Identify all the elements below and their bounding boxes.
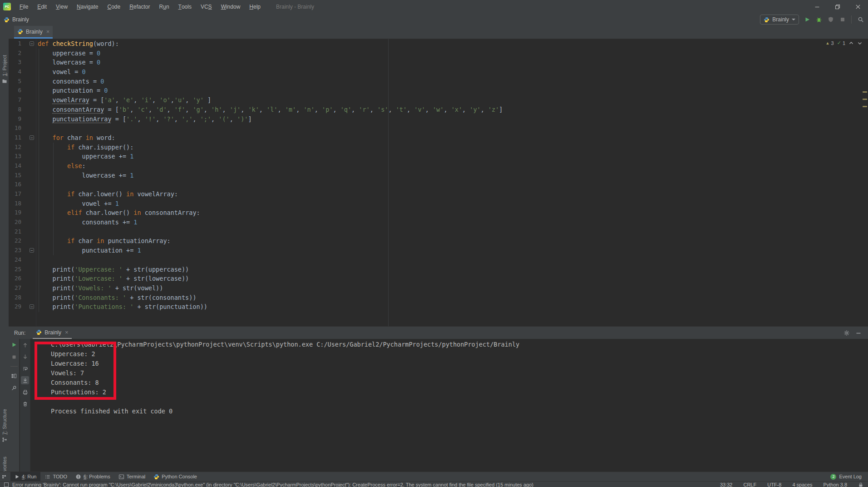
line-number[interactable]: 28 xyxy=(9,293,21,303)
fold-marker-icon[interactable]: − xyxy=(30,304,34,309)
console-line: Vowels: 7 xyxy=(51,368,868,378)
event-log-button[interactable]: 2 Event Log xyxy=(830,474,868,480)
line-number[interactable]: 20 xyxy=(9,218,21,227)
runsmall-icon xyxy=(15,474,20,479)
stop-process-button[interactable] xyxy=(10,353,18,361)
menu-item-file[interactable]: File xyxy=(15,0,33,13)
inspection-widget[interactable]: ▲3 ✓1 xyxy=(826,40,863,46)
run-configuration-select[interactable]: Brainly xyxy=(760,15,799,25)
search-everywhere-button[interactable] xyxy=(857,16,864,24)
run-button[interactable] xyxy=(803,16,811,24)
fold-marker-icon[interactable]: − xyxy=(30,135,34,140)
tool-window-tab-python-console[interactable]: Python Console xyxy=(149,472,201,481)
indent-setting[interactable]: 4 spaces xyxy=(792,482,812,487)
stop-button[interactable] xyxy=(838,16,846,24)
up-stacktrace-button[interactable] xyxy=(21,341,29,349)
pin-icon xyxy=(11,385,17,391)
menu-item-window[interactable]: Window xyxy=(217,0,245,13)
code-editor[interactable]: 1−def checkString(word):2 uppercase = 03… xyxy=(9,39,868,326)
line-number[interactable]: 16 xyxy=(9,180,21,189)
prev-issue-button[interactable] xyxy=(848,40,854,46)
minimize-button[interactable] xyxy=(807,0,827,13)
fold-marker-icon[interactable]: − xyxy=(30,248,34,253)
line-number[interactable]: 10 xyxy=(9,124,21,133)
menu-item-refactor[interactable]: Refactor xyxy=(125,0,154,13)
line-number[interactable]: 24 xyxy=(9,255,21,265)
run-console-output[interactable]: C:\Users\Gabriel2\PycharmProjects\python… xyxy=(31,339,868,472)
soft-wrap-button[interactable] xyxy=(21,364,29,373)
run-tab-brainly[interactable]: Brainly × xyxy=(33,327,71,339)
tab-label: Terminal xyxy=(127,474,146,479)
interpreter[interactable]: Python 3.8 xyxy=(823,482,847,487)
tool-windows-toggle-icon[interactable] xyxy=(0,473,9,480)
breadcrumb[interactable]: Brainly xyxy=(0,16,29,23)
tool-window-tab-4-run[interactable]: 4: Run xyxy=(10,472,40,481)
gear-icon[interactable] xyxy=(843,330,850,336)
line-number[interactable]: 4 xyxy=(9,67,21,77)
line-number[interactable]: 14 xyxy=(9,161,21,171)
line-number[interactable]: 17 xyxy=(9,189,21,199)
down-stacktrace-button[interactable] xyxy=(21,353,29,361)
line-number[interactable]: 13 xyxy=(9,152,21,161)
line-number[interactable]: 27 xyxy=(9,283,21,293)
line-number[interactable]: 11 xyxy=(9,133,21,143)
line-number[interactable]: 19 xyxy=(9,208,21,218)
line-ending[interactable]: CRLF xyxy=(743,482,756,487)
background-tasks-icon[interactable] xyxy=(4,482,9,487)
line-number[interactable]: 22 xyxy=(9,236,21,246)
lock-icon[interactable] xyxy=(858,482,863,487)
menu-item-edit[interactable]: Edit xyxy=(33,0,51,13)
sidebar-item-structure[interactable]: 7: Structure xyxy=(0,409,9,442)
next-issue-button[interactable] xyxy=(857,40,863,46)
line-number[interactable]: 23 xyxy=(9,246,21,255)
restore-layout-button[interactable] xyxy=(10,372,18,380)
trash-icon xyxy=(22,401,28,407)
menu-item-view[interactable]: View xyxy=(51,0,72,13)
line-number[interactable]: 5 xyxy=(9,77,21,86)
hide-panel-icon[interactable] xyxy=(855,330,862,336)
line-number[interactable]: 25 xyxy=(9,265,21,274)
line-number[interactable]: 18 xyxy=(9,199,21,209)
tool-window-tab-terminal[interactable]: Terminal xyxy=(114,472,150,481)
tab-close-icon[interactable]: × xyxy=(46,29,50,35)
line-number[interactable]: 15 xyxy=(9,171,21,180)
line-number[interactable]: 29 xyxy=(9,302,21,312)
line-number[interactable]: 6 xyxy=(9,86,21,95)
fold-marker-icon[interactable]: − xyxy=(30,41,34,46)
rerun-button[interactable] xyxy=(10,341,18,349)
coverage-button[interactable] xyxy=(827,16,834,24)
menu-item-navigate[interactable]: Navigate xyxy=(72,0,103,13)
line-number[interactable]: 3 xyxy=(9,58,21,67)
line-number[interactable]: 1 xyxy=(9,39,21,49)
debug-button[interactable] xyxy=(815,16,823,24)
caret-position[interactable]: 33:32 xyxy=(720,482,733,487)
run-tab-close-icon[interactable]: × xyxy=(65,329,69,335)
close-button[interactable] xyxy=(848,0,868,13)
status-message[interactable]: Error running 'Brainly': Cannot run prog… xyxy=(12,482,533,487)
maximize-button[interactable] xyxy=(827,0,848,13)
line-number[interactable]: 7 xyxy=(9,95,21,105)
file-encoding[interactable]: UTF-8 xyxy=(767,482,781,487)
layout-icon xyxy=(11,373,17,379)
code-text: punctuationArray = ['.', '!', '?', ',', … xyxy=(38,114,252,124)
scroll-to-end-button[interactable] xyxy=(21,376,29,384)
line-number[interactable]: 8 xyxy=(9,105,21,114)
tool-window-tab-6-problems[interactable]: 6: Problems xyxy=(71,472,114,481)
line-number[interactable]: 21 xyxy=(9,227,21,237)
editor-tab-brainly[interactable]: Brainly × xyxy=(14,26,53,39)
line-number[interactable]: 12 xyxy=(9,143,21,152)
clear-all-button[interactable] xyxy=(21,400,29,408)
print-button[interactable] xyxy=(21,388,29,396)
line-number[interactable]: 2 xyxy=(9,49,21,58)
menu-item-code[interactable]: Code xyxy=(103,0,125,13)
menu-item-run[interactable]: Run xyxy=(155,0,174,13)
menu-item-tools[interactable]: Tools xyxy=(174,0,196,13)
menu-item-help[interactable]: Help xyxy=(245,0,265,13)
line-number[interactable]: 9 xyxy=(9,114,21,124)
line-number[interactable]: 26 xyxy=(9,274,21,283)
code-line: 29− print('Punctuations: ' + str(punctua… xyxy=(9,302,868,312)
sidebar-item-project[interactable]: 1: Project xyxy=(0,55,9,84)
tool-window-tab-todo[interactable]: TODO xyxy=(40,472,71,481)
pin-tab-button[interactable] xyxy=(10,384,18,392)
menu-item-vcs[interactable]: VCS xyxy=(196,0,217,13)
